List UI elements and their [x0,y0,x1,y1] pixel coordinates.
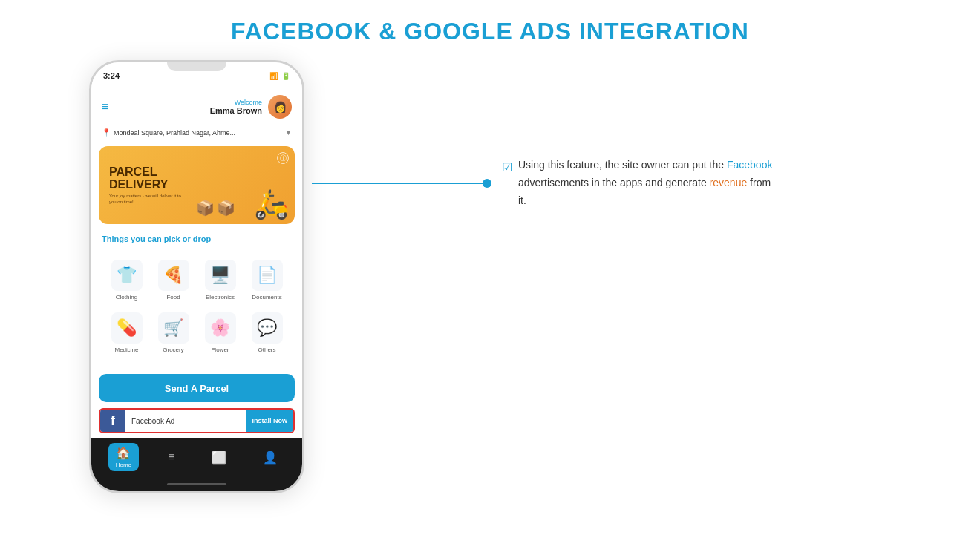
electronics-label: Electronics [206,294,235,301]
location-pin-icon: 📍 [102,128,111,137]
location-text: Mondeal Square, Prahlad Nagar, Ahme... [114,129,282,137]
scooter-icon: 🛵 [254,188,289,220]
clothing-icon: 👕 [111,260,143,291]
category-food[interactable]: 🍕 Food [151,255,195,305]
home-nav-label: Home [116,462,131,468]
chevron-down-icon: ▼ [285,129,292,137]
install-now-button[interactable]: Install Now [246,408,293,433]
documents-label: Documents [252,294,281,301]
bottom-nav: 🏠 Home ≡ ⬜ 👤 [91,438,302,476]
location-bar[interactable]: 📍 Mondeal Square, Prahlad Nagar, Ahme...… [91,125,302,140]
facebook-ad-banner[interactable]: f Facebook Ad Install Now [99,408,295,433]
app-header: ≡ Welcome Emma Brown 👩 [91,89,302,125]
track-nav-icon: ⬜ [212,450,226,465]
grocery-label: Grocery [163,347,183,353]
wifi-icon: 📶 [270,72,278,80]
connector-line [312,183,483,184]
clothing-label: Clothing [116,294,137,301]
connector-dot [483,179,491,188]
nav-profile[interactable]: 👤 [255,447,285,467]
medicine-label: Medicine [114,347,138,353]
category-medicine[interactable]: 💊 Medicine [105,308,148,358]
phone-mockup: 3:24 📶 🔋 ≡ Welcome Emma Brown 👩 [89,60,304,493]
electronics-icon: 🖥️ [205,260,236,291]
user-name: Emma Brown [108,106,262,115]
category-electronics[interactable]: 🖥️ Electronics [198,255,242,305]
others-label: Others [258,347,275,353]
facebook-logo-icon: f [100,408,125,433]
check-circle-icon: ☑ [502,157,512,209]
profile-nav-icon: 👤 [263,450,278,465]
box-icon-2: 📦 [217,199,235,217]
categories-grid: 👕 Clothing 🍕 Food 🖥️ Electronics 📄 [102,252,292,361]
category-documents[interactable]: 📄 Documents [245,255,289,305]
annotation-text-box: ☑ Using this feature, the site owner can… [491,157,774,209]
home-indicator [167,483,226,485]
documents-icon: 📄 [252,260,283,291]
hamburger-icon[interactable]: ≡ [102,100,108,114]
orders-nav-icon: ≡ [168,450,174,464]
battery-icon: 🔋 [281,72,290,80]
promo-banner[interactable]: PARCELDELIVERY Your joy matters - we wil… [99,146,295,224]
nav-orders[interactable]: ≡ [160,447,182,467]
page-title: FACEBOOK & GOOGLE ADS INTEGRATION [231,18,749,45]
phone-notch [167,62,226,71]
annotation-content: Using this feature, the site owner can p… [518,157,774,209]
category-grocery[interactable]: 🛒 Grocery [151,308,195,358]
main-content: 3:24 📶 🔋 ≡ Welcome Emma Brown 👩 [0,60,980,493]
avatar: 👩 [268,95,292,119]
status-bar: 3:24 📶 🔋 [91,62,302,89]
home-nav-icon: 🏠 [116,446,131,460]
category-others[interactable]: 💬 Others [245,308,289,358]
phone-home-bar [91,476,302,491]
box-icon: 📦 [196,199,215,217]
phone-time: 3:24 [103,71,120,80]
nav-track[interactable]: ⬜ [204,447,234,467]
status-icons: 📶 🔋 [270,72,290,80]
phone-wrapper: 3:24 📶 🔋 ≡ Welcome Emma Brown 👩 [89,60,312,493]
categories-container: 👕 Clothing 🍕 Food 🖥️ Electronics 📄 [99,246,295,367]
nav-home[interactable]: 🏠 Home [108,443,139,471]
banner-title: PARCELDELIVERY [109,165,183,191]
fb-ad-text: Facebook Ad [125,417,246,425]
highlight-facebook: Facebook [727,159,772,171]
page-container: FACEBOOK & GOOGLE ADS INTEGRATION 3:24 📶… [0,0,980,558]
welcome-text: Welcome [108,99,262,106]
banner-text-area: PARCELDELIVERY Your joy matters - we wil… [99,157,194,214]
banner-boxes: 📦 📦 [196,199,235,217]
annotation-connector-area: ☑ Using this feature, the site owner can… [312,157,980,209]
section-title: Things you can pick or drop [91,230,302,246]
category-clothing[interactable]: 👕 Clothing [105,255,148,305]
grocery-icon: 🛒 [158,312,189,344]
food-icon: 🍕 [158,260,189,291]
annotation-text: ☑ Using this feature, the site owner can… [502,157,774,209]
food-label: Food [166,294,180,301]
info-icon[interactable]: ⓘ [277,152,289,164]
highlight-revenue: revenue [710,177,748,188]
banner-subtitle: Your joy matters - we will deliver it to… [109,194,183,206]
flower-label: Flower [211,347,229,353]
send-parcel-button[interactable]: Send A Parcel [99,374,295,402]
category-flower[interactable]: 🌸 Flower [198,308,242,358]
user-info: Welcome Emma Brown [108,99,262,115]
others-icon: 💬 [252,312,283,344]
medicine-icon: 💊 [111,312,143,344]
flower-icon: 🌸 [205,312,236,344]
